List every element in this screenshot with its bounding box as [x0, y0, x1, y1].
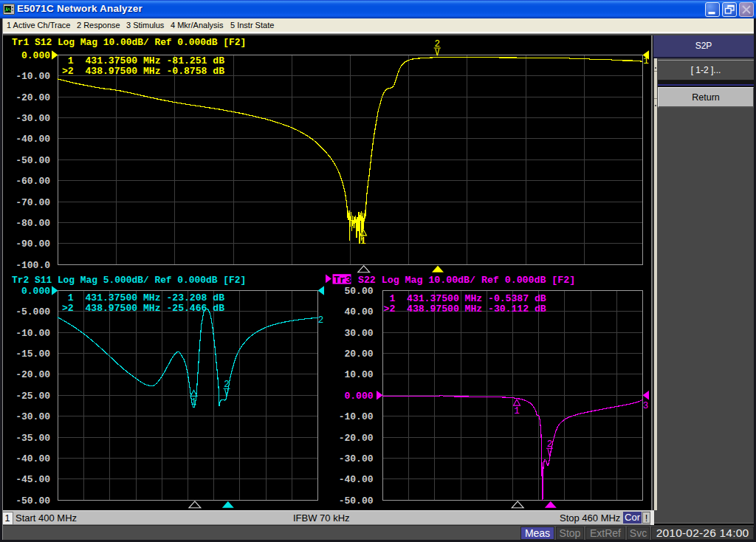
svg-text:10.00: 10.00 — [344, 369, 373, 380]
svg-text:-90.00: -90.00 — [16, 239, 50, 250]
svg-text:-30.00: -30.00 — [339, 453, 374, 464]
svg-text:-20.00: -20.00 — [339, 433, 374, 444]
svg-text:-30.00: -30.00 — [16, 411, 50, 422]
svg-text:-10.00: -10.00 — [16, 328, 50, 339]
svg-text:-40.00: -40.00 — [16, 134, 50, 145]
svg-text:50.00: 50.00 — [344, 286, 373, 297]
svg-text:-15.00: -15.00 — [16, 349, 50, 360]
svg-text:-80.00: -80.00 — [16, 218, 50, 229]
svg-text:S22 Log Mag 10.00dB/ Ref 0.000: S22 Log Mag 10.00dB/ Ref 0.000dB [F2] — [352, 275, 575, 286]
svg-text:-70.00: -70.00 — [16, 197, 50, 208]
svg-text:-40.00: -40.00 — [339, 474, 374, 485]
svg-text:-35.00: -35.00 — [16, 433, 50, 444]
svg-text:>2 438.97500 MHz -25.466 dB: >2 438.97500 MHz -25.466 dB — [62, 303, 224, 314]
svg-text:-5.000: -5.000 — [16, 306, 50, 318]
svg-text:-60.00: -60.00 — [16, 176, 50, 187]
svg-text:2: 2 — [224, 380, 230, 390]
svg-text:3: 3 — [643, 401, 649, 411]
svg-text:>2 438.97500 MHz -0.8758 dB: >2 438.97500 MHz -0.8758 dB — [62, 66, 224, 77]
svg-text:30.00: 30.00 — [344, 328, 373, 339]
svg-text:2: 2 — [547, 439, 553, 450]
svg-text:1: 1 — [191, 397, 197, 408]
svg-text:0.000: 0.000 — [21, 286, 50, 297]
svg-text:1: 1 — [360, 236, 366, 247]
svg-text:2: 2 — [435, 39, 441, 49]
svg-text:-40.00: -40.00 — [16, 453, 50, 464]
svg-text:20.00: 20.00 — [344, 349, 373, 360]
svg-text:2: 2 — [318, 315, 324, 326]
svg-text:Tr3: Tr3 — [334, 275, 351, 286]
svg-text:-20.00: -20.00 — [16, 369, 50, 380]
svg-text:-100.0: -100.0 — [16, 260, 50, 271]
svg-text:Tr1 S12 Log Mag 10.00dB/ Ref 0: Tr1 S12 Log Mag 10.00dB/ Ref 0.000dB [F2… — [12, 37, 246, 48]
svg-text:-50.00: -50.00 — [16, 495, 50, 507]
svg-text:-45.00: -45.00 — [16, 474, 50, 485]
svg-text:>2 438.97500 MHz -30.112 dB: >2 438.97500 MHz -30.112 dB — [384, 303, 546, 315]
svg-text:40.00: 40.00 — [344, 306, 373, 318]
svg-text:1: 1 — [514, 406, 520, 416]
svg-text:-10.00: -10.00 — [339, 411, 374, 422]
svg-text:Tr2 S11 Log Mag 5.000dB/ Ref 0: Tr2 S11 Log Mag 5.000dB/ Ref 0.000dB [F2… — [12, 275, 246, 286]
svg-text:-50.00: -50.00 — [339, 495, 374, 507]
svg-text:0.000: 0.000 — [21, 50, 50, 61]
svg-text:0.000: 0.000 — [344, 391, 373, 402]
svg-text:-25.00: -25.00 — [16, 391, 50, 402]
svg-text:-50.00: -50.00 — [16, 155, 50, 166]
svg-text:1: 1 — [643, 56, 649, 66]
svg-text:-30.00: -30.00 — [16, 113, 50, 124]
svg-text:-10.00: -10.00 — [16, 71, 50, 82]
svg-text:-20.00: -20.00 — [16, 92, 50, 103]
